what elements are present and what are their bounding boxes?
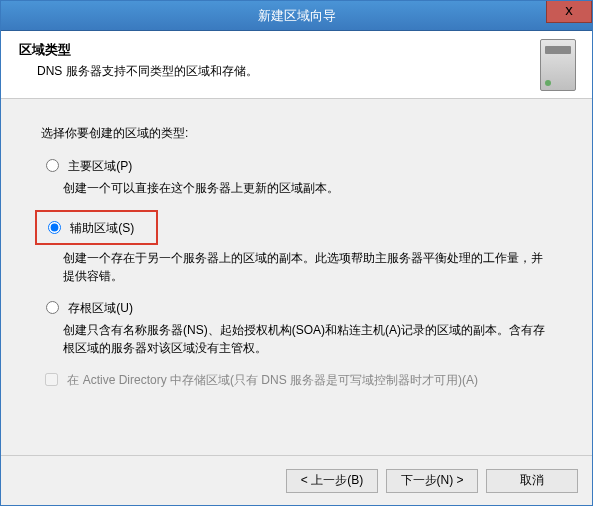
ad-store-row: 在 Active Directory 中存储区域(只有 DNS 服务器是可写域控…: [41, 370, 552, 389]
wizard-content: 选择你要创建的区域的类型: 主要区域(P) 创建一个可以直接在这个服务器上更新的…: [1, 99, 592, 455]
wizard-footer: < 上一步(B) 下一步(N) > 取消: [1, 455, 592, 505]
next-button[interactable]: 下一步(N) >: [386, 469, 478, 493]
ad-store-checkbox: [45, 373, 58, 386]
header-subtitle: DNS 服务器支持不同类型的区域和存储。: [37, 63, 574, 80]
server-icon: [540, 39, 576, 91]
option-primary-desc: 创建一个可以直接在这个服务器上更新的区域副本。: [63, 179, 552, 198]
radio-secondary-zone[interactable]: [48, 221, 61, 234]
back-button[interactable]: < 上一步(B): [286, 469, 378, 493]
prompt-text: 选择你要创建的区域的类型:: [41, 125, 552, 142]
option-label: 主要区域(P): [68, 159, 132, 173]
header-title: 区域类型: [19, 41, 574, 59]
option-secondary-zone[interactable]: 辅助区域(S): [41, 210, 552, 245]
wizard-window: 新建区域向导 x 区域类型 DNS 服务器支持不同类型的区域和存储。 选择你要创…: [0, 0, 593, 506]
option-label: 辅助区域(S): [70, 221, 134, 235]
option-stub-zone[interactable]: 存根区域(U): [41, 298, 552, 317]
cancel-button[interactable]: 取消: [486, 469, 578, 493]
radio-stub-zone[interactable]: [46, 301, 59, 314]
option-primary-zone[interactable]: 主要区域(P): [41, 156, 552, 175]
option-stub-desc: 创建只含有名称服务器(NS)、起始授权机构(SOA)和粘连主机(A)记录的区域的…: [63, 321, 552, 358]
option-secondary-desc: 创建一个存在于另一个服务器上的区域的副本。此选项帮助主服务器平衡处理的工作量，并…: [63, 249, 552, 286]
option-label: 存根区域(U): [68, 301, 133, 315]
radio-primary-zone[interactable]: [46, 159, 59, 172]
close-button[interactable]: x: [546, 1, 592, 23]
highlight-box: 辅助区域(S): [35, 210, 158, 245]
ad-store-label: 在 Active Directory 中存储区域(只有 DNS 服务器是可写域控…: [67, 373, 478, 387]
wizard-header: 区域类型 DNS 服务器支持不同类型的区域和存储。: [1, 31, 592, 99]
titlebar: 新建区域向导 x: [1, 1, 592, 31]
window-title: 新建区域向导: [1, 7, 592, 25]
